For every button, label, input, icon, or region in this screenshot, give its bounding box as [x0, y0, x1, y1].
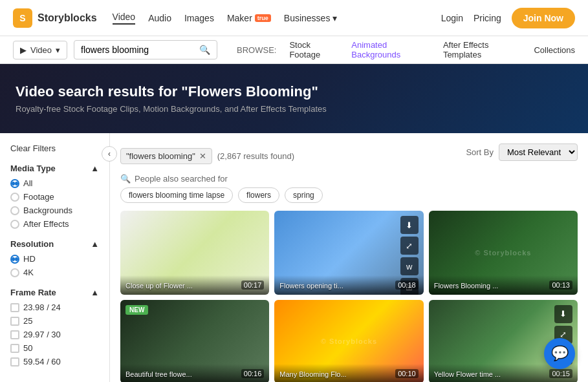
- chat-icon: 💬: [551, 345, 569, 362]
- sidebar-collapse-button[interactable]: ‹: [102, 146, 117, 162]
- people-also-label: People also searched for: [135, 174, 228, 184]
- filter-footage[interactable]: Footage: [10, 192, 99, 202]
- video-card-4[interactable]: NEW Beautiful tree flowe... 00:16: [120, 300, 269, 382]
- radio-after-effects: [10, 220, 19, 229]
- resolution-title[interactable]: Resolution ▲: [10, 239, 99, 249]
- results-area: "flowers blooming" ✕ (2,867 results foun…: [110, 133, 588, 382]
- video-duration-5: 00:10: [395, 369, 419, 378]
- video-card-1[interactable]: Close up of Flower ... 00:17: [120, 211, 269, 295]
- hero-banner: Video search results for "Flowers Bloomi…: [0, 64, 588, 133]
- video-card-3[interactable]: © Storyblocks Flowers Blooming ... 00:13: [429, 211, 578, 295]
- join-button[interactable]: Join Now: [512, 8, 575, 28]
- video-title-3: Flowers Blooming ...: [434, 282, 499, 290]
- radio-backgrounds: [10, 206, 19, 215]
- results-left: "flowers blooming" ✕ (2,867 results foun…: [120, 148, 294, 164]
- checkbox-fps-24: [10, 303, 19, 312]
- filter-fps-24[interactable]: 23.98 / 24: [10, 302, 99, 312]
- search-input[interactable]: [81, 45, 194, 55]
- radio-hd: [10, 255, 19, 264]
- browse-stock-footage[interactable]: Stock Footage: [289, 40, 338, 59]
- logo-icon: S: [13, 8, 32, 28]
- radio-footage: [10, 193, 19, 202]
- frame-rate-title[interactable]: Frame Rate ▲: [10, 288, 99, 297]
- browse-label: BROWSE:: [237, 45, 276, 55]
- video-overlay-1: Close up of Flower ... 00:17: [120, 275, 269, 295]
- video-title-4: Beautiful tree flowe...: [125, 370, 192, 378]
- add-button-2[interactable]: w: [400, 257, 419, 275]
- results-count: (2,867 results found): [217, 151, 294, 161]
- search-icon[interactable]: 🔍: [199, 45, 210, 55]
- logo-text: Storyblocks: [38, 12, 97, 24]
- maker-new-badge: true: [255, 14, 271, 22]
- video-overlay-5: Many Blooming Flo... 00:10: [274, 364, 423, 382]
- checkbox-fps-30: [10, 330, 19, 339]
- browse-collections[interactable]: Collections: [534, 45, 575, 55]
- chat-bubble[interactable]: 💬: [544, 338, 575, 369]
- nav-businesses[interactable]: Businesses ▾: [284, 13, 337, 23]
- browse-section: BROWSE: Stock Footage Animated Backgroun…: [237, 40, 575, 59]
- checkbox-fps-25: [10, 317, 19, 326]
- media-type-title[interactable]: Media Type ▲: [10, 164, 99, 173]
- video-title-2: Flowers opening ti...: [279, 282, 343, 290]
- resolution-filter: Resolution ▲ HD 4K: [10, 239, 99, 277]
- nav-images[interactable]: Images: [184, 13, 214, 23]
- expand-button-2[interactable]: ⤢: [400, 237, 419, 255]
- hero-title: Video search results for "Flowers Bloomi…: [16, 83, 572, 100]
- header-right: Login Pricing Join Now: [441, 8, 575, 28]
- clear-filters-link[interactable]: Clear Filters: [10, 143, 99, 153]
- logo[interactable]: S Storyblocks: [13, 8, 97, 28]
- video-duration-1: 00:17: [241, 281, 265, 290]
- sort-label: Sort By: [466, 147, 494, 157]
- video-duration-6: 00:15: [549, 369, 572, 378]
- suggestion-spring[interactable]: spring: [285, 187, 323, 203]
- video-duration-4: 00:16: [241, 369, 265, 378]
- login-link[interactable]: Login: [441, 13, 463, 23]
- browse-after-effects[interactable]: After Effects Templates: [443, 40, 521, 59]
- sort-select[interactable]: Most Relevant: [499, 143, 578, 161]
- filter-fps-30[interactable]: 29.97 / 30: [10, 330, 99, 339]
- download-button-2[interactable]: ⬇: [400, 216, 419, 234]
- watermark-3: © Storyblocks: [475, 249, 531, 257]
- filter-all[interactable]: All: [10, 178, 99, 188]
- frame-rate-filter: Frame Rate ▲ 23.98 / 24 25 29.97 / 30 50: [10, 288, 99, 366]
- people-also-icon: 🔍: [120, 174, 131, 184]
- filter-fps-60[interactable]: 59.54 / 60: [10, 357, 99, 366]
- watermark-5: © Storyblocks: [321, 337, 377, 345]
- video-overlay-4: Beautiful tree flowe... 00:16: [120, 364, 269, 382]
- video-duration-3: 00:13: [549, 281, 572, 290]
- video-card-5[interactable]: © Storyblocks Many Blooming Flo... 00:10: [274, 300, 423, 382]
- radio-all: [10, 179, 19, 188]
- browse-animated-backgrounds[interactable]: Animated Backgrounds: [351, 40, 430, 59]
- main-content: ‹ Clear Filters Media Type ▲ All Footage…: [0, 133, 588, 382]
- media-type-filter: Media Type ▲ All Footage Backgrounds Aft…: [10, 164, 99, 229]
- nav-audio[interactable]: Audio: [148, 13, 171, 23]
- video-overlay-3: Flowers Blooming ... 00:13: [429, 275, 578, 295]
- checkbox-fps-60: [10, 357, 19, 366]
- video-card-2[interactable]: ⬇ ⤢ w ⊞ Flowers opening ti... 00:18: [274, 211, 423, 295]
- header: S Storyblocks Video Audio Images Maker t…: [0, 0, 588, 36]
- search-input-wrap: 🔍: [74, 40, 217, 59]
- filter-tag-close[interactable]: ✕: [199, 151, 206, 161]
- filter-4k[interactable]: 4K: [10, 268, 99, 277]
- filter-after-effects[interactable]: After Effects: [10, 219, 99, 229]
- nav: Video Audio Images Maker true Businesses…: [113, 12, 338, 25]
- filter-hd[interactable]: HD: [10, 254, 99, 264]
- video-title-5: Many Blooming Flo...: [279, 370, 346, 378]
- pricing-link[interactable]: Pricing: [474, 13, 501, 23]
- nav-video[interactable]: Video: [113, 12, 136, 25]
- nav-maker[interactable]: Maker true: [227, 13, 271, 23]
- sort-section: Sort By Most Relevant: [466, 143, 578, 161]
- video-overlay-2: Flowers opening ti... 00:18: [274, 275, 423, 295]
- suggestions-row: flowers blooming time lapse flowers spri…: [120, 187, 578, 203]
- filter-fps-50[interactable]: 50: [10, 343, 99, 353]
- suggestion-flowers[interactable]: flowers: [238, 187, 279, 203]
- results-top-row: "flowers blooming" ✕ (2,867 results foun…: [120, 143, 578, 169]
- search-type-icon: ▶: [20, 45, 27, 55]
- download-button-6[interactable]: ⬇: [554, 305, 572, 323]
- filter-fps-25[interactable]: 25: [10, 316, 99, 326]
- suggestion-flowers-blooming-time-lapse[interactable]: flowers blooming time lapse: [120, 187, 233, 203]
- new-badge-4: NEW: [125, 305, 148, 315]
- search-type-select[interactable]: ▶ Video ▾: [13, 41, 67, 59]
- filter-backgrounds[interactable]: Backgrounds: [10, 206, 99, 215]
- radio-4k: [10, 268, 19, 277]
